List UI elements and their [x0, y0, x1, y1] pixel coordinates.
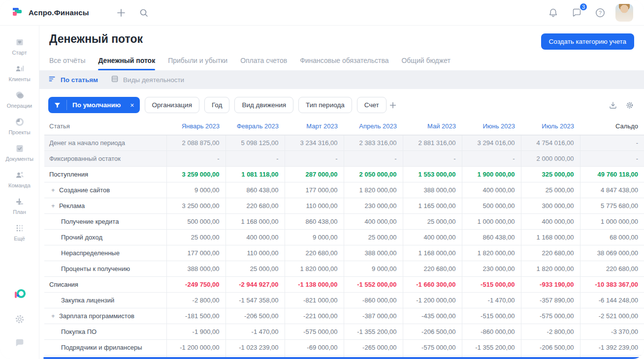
filter-chip-3[interactable]: Вид движения — [234, 97, 293, 113]
cell-value: 1 820 000,00 — [344, 182, 403, 198]
clear-filter-icon[interactable]: × — [130, 97, 139, 113]
row-label[interactable]: +Зарплата программистов — [44, 308, 166, 324]
tab-3[interactable]: Прибыли и убытки — [168, 57, 227, 70]
cell-value: -1 355 200,00 — [344, 324, 403, 339]
cell-value: 220 680,00 — [580, 261, 644, 276]
sidebar: СтартКлиентыОперацииПроектыДокументыКома… — [0, 26, 39, 359]
sidebar-item-label: Операции — [7, 103, 32, 109]
cell-value: -6 144 248,00 — [580, 292, 644, 308]
cell-value: 2 383 316,00 — [344, 135, 403, 150]
sidebar-item-3[interactable]: Операции — [2, 86, 37, 112]
cell-value: 300 000,00 — [521, 198, 580, 213]
filter-chip-5[interactable]: Счет — [357, 97, 386, 113]
tab-6[interactable]: Общий бюджет — [401, 57, 450, 70]
cell-value: -2 800,00 — [521, 324, 580, 339]
row-label[interactable]: Нераспределенные — [44, 245, 166, 261]
cell-value: 25 000,00 — [403, 213, 462, 229]
row-label[interactable]: Фиксированный остаток — [44, 150, 166, 166]
cell-value: -1 470,00 — [225, 324, 285, 339]
row-label[interactable]: Подрядчики и фрилансеры — [44, 339, 166, 355]
row-label[interactable]: Денег на начало периода — [44, 135, 166, 150]
create-category-button[interactable]: Создать категорию учета — [541, 33, 634, 50]
subtab-1[interactable]: По статьям — [48, 75, 98, 85]
row-label[interactable]: Закупка лицензий — [44, 292, 166, 308]
cell-value: -933 190,00 — [521, 276, 580, 292]
tab-2[interactable]: Денежный поток — [98, 57, 155, 70]
search-icon[interactable] — [135, 4, 152, 21]
cell-value: 500 000,00 — [166, 213, 225, 229]
chat-icon[interactable]: 3 — [568, 4, 585, 21]
cell-value: 2 050 000,00 — [344, 166, 403, 182]
notifications-bell-icon[interactable] — [545, 4, 561, 21]
cell-value: -435 000,00 — [403, 308, 462, 324]
row-label[interactable]: Проценты к получению — [44, 261, 166, 276]
help-icon[interactable]: ? — [592, 4, 609, 21]
row-label[interactable]: Покупка ПО — [44, 324, 166, 339]
column-header-month-1[interactable]: Январь 2023 — [166, 118, 225, 135]
sidebar-item-6[interactable]: Команда — [2, 165, 37, 192]
column-header-month-2[interactable]: Февраль 2023 — [225, 118, 285, 135]
brand[interactable]: Аспро.Финансы — [0, 5, 89, 20]
download-icon[interactable] — [609, 101, 617, 110]
cell-value: 177 000,00 — [166, 245, 225, 261]
tab-1[interactable]: Все отчёты — [49, 57, 85, 70]
sidebar-item-2[interactable]: Клиенты — [2, 59, 37, 86]
subtab-2[interactable]: Виды деятельности — [111, 75, 184, 85]
cell-value: 860 438,00 — [225, 182, 285, 198]
cell-value: 2 881 316,00 — [403, 135, 462, 150]
expand-plus-icon[interactable]: + — [51, 312, 59, 320]
user-avatar[interactable] — [615, 4, 633, 22]
cell-value: 1 168 000,00 — [521, 229, 580, 245]
settings-gear-icon[interactable] — [14, 314, 25, 327]
add-icon[interactable] — [113, 4, 129, 21]
cell-value: -2 521 000,00 — [580, 308, 644, 324]
expand-plus-icon[interactable]: + — [51, 202, 59, 209]
support-chat-icon[interactable] — [14, 337, 25, 350]
cell-value: 1 081 118,00 — [225, 166, 285, 182]
row-label[interactable]: Прочий доход — [44, 229, 166, 245]
sidebar-item-1[interactable]: Старт — [2, 32, 37, 59]
cell-value: -1 138 000,00 — [285, 276, 344, 292]
filter-funnel-icon — [48, 97, 66, 113]
tab-5[interactable]: Финансовые обязательства — [300, 57, 388, 70]
cell-value: -2 944 927,00 — [225, 276, 285, 292]
cell-value: 25 000,00 — [225, 261, 285, 276]
row-label[interactable]: Списания — [44, 276, 166, 292]
sidebar-item-8[interactable]: Ещё — [2, 218, 37, 245]
horizontal-scrollbar[interactable] — [43, 357, 641, 359]
cell-value: -265 000,00 — [344, 339, 403, 355]
row-label[interactable]: Поступления — [44, 166, 166, 182]
cell-value: -1 392 239,00 — [580, 339, 644, 355]
row-label[interactable]: +Создание сайтов — [44, 182, 166, 198]
sidebar-item-label: Документы — [5, 156, 33, 162]
add-filter-icon[interactable] — [388, 101, 397, 110]
sidebar-item-4[interactable]: Проекты — [2, 112, 37, 139]
cell-value: 25 000,00 — [344, 229, 403, 245]
filter-chip-2[interactable]: Год — [204, 97, 230, 113]
row-label[interactable]: Получение кредита — [44, 213, 166, 229]
column-header-month-3[interactable]: Март 2023 — [285, 118, 344, 135]
cell-value: -1 200 000,00 — [403, 292, 462, 308]
row-label[interactable]: +Реклама — [44, 198, 166, 213]
column-header-month-6[interactable]: Июнь 2023 — [462, 118, 521, 135]
column-header-month-7[interactable]: Июль 2023 — [521, 118, 580, 135]
cell-value: -1 023 239,00 — [225, 339, 285, 355]
sidebar-item-5[interactable]: Документы — [2, 139, 37, 165]
filter-chip-4[interactable]: Тип периода — [298, 97, 352, 113]
cell-value: - — [166, 150, 225, 166]
expand-plus-icon[interactable]: + — [51, 186, 59, 194]
active-filter-chip[interactable]: По умолчанию × — [48, 97, 140, 113]
view-subtabs: По статьямВиды деятельности — [39, 70, 644, 89]
projects-icon — [14, 116, 26, 128]
sidebar-item-7[interactable]: План — [2, 192, 37, 218]
brand-mark-icon[interactable] — [13, 288, 26, 303]
table-settings-gear-icon[interactable] — [625, 101, 634, 110]
tab-4[interactable]: Оплата счетов — [240, 57, 287, 70]
column-header-month-4[interactable]: Апрель 2023 — [344, 118, 403, 135]
cell-value: 860 438,00 — [462, 229, 521, 245]
column-header-month-5[interactable]: Май 2023 — [403, 118, 462, 135]
cell-value: 5 775 680,00 — [580, 198, 644, 213]
cell-value: 9 000,00 — [166, 182, 225, 198]
cell-value: 1 168 000,00 — [403, 245, 462, 261]
filter-chip-1[interactable]: Организация — [145, 97, 199, 113]
